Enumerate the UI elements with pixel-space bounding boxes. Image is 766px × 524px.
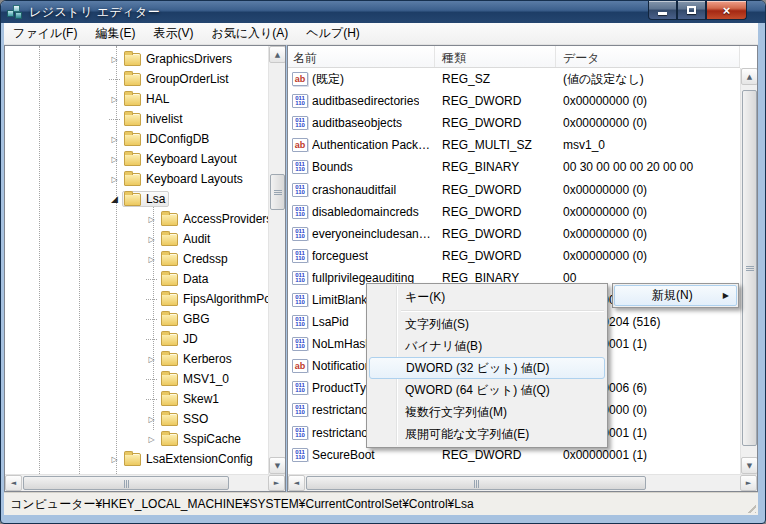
tree-item[interactable]: GraphicsDrivers bbox=[5, 49, 285, 69]
registry-value-row[interactable]: everyoneincludesanonymousREG_DWORD0x0000… bbox=[288, 223, 757, 245]
registry-value-row[interactable]: (既定)REG_SZ(値の設定なし) bbox=[288, 68, 757, 90]
tree-item[interactable]: hivelist bbox=[5, 109, 285, 129]
dword-value-icon bbox=[292, 426, 308, 440]
expand-arrow-icon[interactable] bbox=[144, 415, 159, 424]
close-icon: × bbox=[723, 4, 731, 17]
list-horizontal-scrollbar[interactable]: ◄ ► bbox=[288, 474, 757, 491]
folder-icon bbox=[161, 373, 178, 386]
list-vertical-scrollbar[interactable]: ▲ ▼ bbox=[740, 68, 757, 474]
leaf-connector bbox=[144, 299, 159, 300]
menu-view[interactable]: 表示(V) bbox=[144, 22, 202, 45]
tree-vertical-scrollbar[interactable]: ▲ ▼ bbox=[268, 46, 285, 474]
registry-value-row[interactable]: Authentication PackagesREG_MULTI_SZmsv1_… bbox=[288, 134, 757, 156]
folder-icon bbox=[161, 253, 178, 266]
menu-item-key[interactable]: キー(K) bbox=[369, 286, 605, 308]
folder-icon bbox=[161, 313, 178, 326]
title-bar[interactable]: レジストリ エディター × bbox=[1, 1, 766, 23]
scroll-down-icon[interactable]: ▼ bbox=[269, 457, 285, 474]
tree-item-lsa[interactable]: Lsa bbox=[5, 189, 285, 209]
registry-value-row[interactable]: disabledomaincredsREG_DWORD0x00000000 (0… bbox=[288, 201, 757, 223]
collapse-arrow-icon[interactable] bbox=[107, 194, 122, 204]
scroll-up-icon[interactable]: ▲ bbox=[269, 46, 285, 63]
close-button[interactable]: × bbox=[706, 1, 747, 20]
expand-arrow-icon[interactable] bbox=[107, 95, 122, 104]
expand-arrow-icon[interactable] bbox=[107, 55, 122, 64]
expand-arrow-icon[interactable] bbox=[107, 135, 122, 144]
dword-value-icon bbox=[292, 249, 308, 263]
tree-item[interactable]: JD bbox=[5, 329, 285, 349]
tree-item[interactable]: GroupOrderList bbox=[5, 69, 285, 89]
tree-item[interactable]: Data bbox=[5, 269, 285, 289]
folder-icon bbox=[124, 113, 141, 126]
tree-item[interactable]: Keyboard Layout bbox=[5, 149, 285, 169]
tree-item[interactable]: AccessProviders bbox=[5, 209, 285, 229]
folder-icon bbox=[161, 353, 178, 366]
dword-value-icon bbox=[292, 293, 308, 307]
tree-item[interactable]: MSV1_0 bbox=[5, 369, 285, 389]
tree-item[interactable]: SspiCache bbox=[5, 429, 285, 449]
tree-horizontal-scrollbar[interactable]: ◄ ► bbox=[5, 474, 285, 491]
menu-item-string-value[interactable]: 文字列値(S) bbox=[369, 313, 605, 335]
tree-item[interactable]: Kerberos bbox=[5, 349, 285, 369]
registry-value-row[interactable]: auditbasedirectoriesREG_DWORD0x00000000 … bbox=[288, 90, 757, 112]
tree-item[interactable]: SSO bbox=[5, 409, 285, 429]
expand-arrow-icon[interactable] bbox=[144, 435, 159, 444]
expand-arrow-icon[interactable] bbox=[107, 175, 122, 184]
minimize-button[interactable] bbox=[648, 1, 677, 20]
list-scroll-thumb[interactable] bbox=[742, 90, 757, 446]
scroll-up-icon[interactable]: ▲ bbox=[741, 68, 757, 85]
registry-value-row[interactable]: BoundsREG_BINARY00 30 00 00 00 20 00 00 bbox=[288, 156, 757, 178]
tree-item[interactable]: GBG bbox=[5, 309, 285, 329]
menu-file[interactable]: ファイル(F) bbox=[4, 22, 86, 45]
folder-icon bbox=[161, 333, 178, 346]
menu-favorites[interactable]: お気に入り(A) bbox=[202, 22, 297, 45]
tree-item[interactable]: HAL bbox=[5, 89, 285, 109]
column-header-name[interactable]: 名前 bbox=[288, 46, 435, 67]
expand-arrow-icon[interactable] bbox=[107, 455, 122, 464]
scroll-right-icon[interactable]: ► bbox=[268, 475, 285, 491]
tree-item[interactable]: Credssp bbox=[5, 249, 285, 269]
menu-item-multistring-value[interactable]: 複数行文字列値(M) bbox=[369, 401, 605, 423]
scroll-right-icon[interactable]: ► bbox=[740, 475, 757, 491]
expand-arrow-icon[interactable] bbox=[144, 215, 159, 224]
maximize-button[interactable] bbox=[677, 1, 706, 20]
tree-item[interactable]: FipsAlgorithmPolicy bbox=[5, 289, 285, 309]
folder-icon bbox=[124, 93, 141, 106]
menu-item-expandable-string-value[interactable]: 展開可能な文字列値(E) bbox=[369, 423, 605, 445]
folder-icon bbox=[161, 413, 178, 426]
folder-icon bbox=[161, 433, 178, 446]
expand-arrow-icon[interactable] bbox=[144, 255, 159, 264]
dword-value-icon bbox=[292, 227, 308, 241]
folder-icon bbox=[161, 233, 178, 246]
tree-hscroll-thumb[interactable] bbox=[23, 476, 229, 490]
tree-item[interactable]: IDConfigDB bbox=[5, 129, 285, 149]
expand-arrow-icon[interactable] bbox=[144, 355, 159, 364]
context-menu-item-new[interactable]: 新規(N) ▶ bbox=[614, 285, 737, 306]
menu-edit[interactable]: 編集(E) bbox=[86, 22, 144, 45]
list-hscroll-thumb[interactable] bbox=[306, 476, 646, 490]
tree-item[interactable]: Audit bbox=[5, 229, 285, 249]
registry-value-row[interactable]: auditbaseobjectsREG_DWORD0x00000000 (0) bbox=[288, 112, 757, 134]
tree-scroll-thumb[interactable] bbox=[270, 174, 285, 210]
context-menu: 新規(N) ▶ bbox=[612, 283, 739, 308]
tree-item[interactable]: LsaExtensionConfig bbox=[5, 449, 285, 469]
tree-item[interactable]: Keyboard Layouts bbox=[5, 169, 285, 189]
menu-help[interactable]: ヘルプ(H) bbox=[297, 22, 369, 45]
registry-value-row[interactable]: crashonauditfailREG_DWORD0x00000000 (0) bbox=[288, 178, 757, 200]
expand-arrow-icon[interactable] bbox=[144, 235, 159, 244]
menu-separator bbox=[401, 310, 604, 311]
expand-arrow-icon[interactable] bbox=[107, 155, 122, 164]
scroll-left-icon[interactable]: ◄ bbox=[5, 475, 22, 491]
registry-value-row[interactable]: forceguestREG_DWORD0x00000000 (0) bbox=[288, 245, 757, 267]
tree-item[interactable]: Skew1 bbox=[5, 389, 285, 409]
menu-item-dword-value[interactable]: DWORD (32 ビット) 値(D) bbox=[369, 357, 605, 379]
scroll-down-icon[interactable]: ▼ bbox=[741, 457, 757, 474]
dword-value-icon bbox=[292, 337, 308, 351]
menu-item-binary-value[interactable]: バイナリ値(B) bbox=[369, 335, 605, 357]
column-header-type[interactable]: 種類 bbox=[435, 46, 556, 67]
folder-icon bbox=[124, 193, 141, 206]
column-header-data[interactable]: データ bbox=[556, 46, 740, 67]
menu-item-qword-value[interactable]: QWORD (64 ビット) 値(Q) bbox=[369, 379, 605, 401]
registry-editor-window: レジストリ エディター × ファイル(F) 編集(E) 表示(V) お気に入り(… bbox=[0, 0, 766, 524]
scroll-left-icon[interactable]: ◄ bbox=[288, 475, 305, 491]
